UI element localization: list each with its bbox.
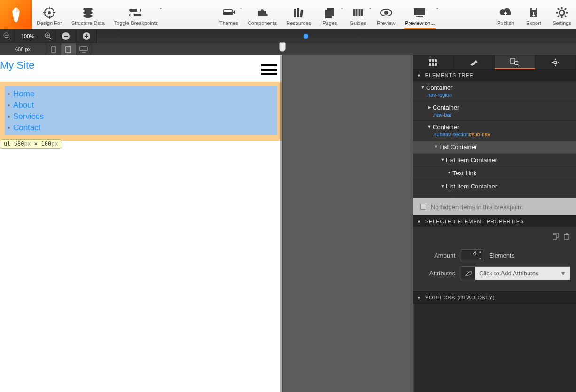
dim-px: px xyxy=(51,141,58,147)
app-logo[interactable] xyxy=(0,0,32,29)
your-css-header[interactable]: YOUR CSS (READ-ONLY) xyxy=(413,291,576,304)
nav-item[interactable]: Contact xyxy=(5,122,277,133)
zoom-slider-thumb[interactable] xyxy=(304,34,308,39)
chevron-down-icon xyxy=(417,219,421,224)
tag-icon xyxy=(465,270,472,276)
preview-label: Preview xyxy=(377,20,395,26)
design-for-button[interactable]: Design For xyxy=(32,0,67,29)
duplicate-button[interactable] xyxy=(553,233,559,240)
panel-tab-grid[interactable] xyxy=(413,55,454,69)
tree-row[interactable]: ▼List Item Container xyxy=(413,154,576,167)
delete-button[interactable] xyxy=(564,233,569,240)
your-css-body xyxy=(413,304,576,392)
zoom-slider[interactable] xyxy=(97,29,576,43)
amount-spinner[interactable]: ▲▼ xyxy=(478,250,483,260)
tree-item-name: Container xyxy=(426,84,452,91)
tree-item-name: Text Link xyxy=(452,170,476,177)
zoom-plus-button[interactable] xyxy=(76,29,97,43)
resources-button[interactable]: Resources xyxy=(281,0,316,29)
chevron-down-icon: ▼ xyxy=(560,270,566,277)
elements-suffix-label: Elements xyxy=(489,252,514,259)
tree-item-class: .nav-bar xyxy=(433,112,459,118)
nav-list: HomeAboutServicesContact xyxy=(5,88,277,133)
settings-button[interactable]: Settings xyxy=(548,0,576,29)
tablet-icon xyxy=(65,46,71,53)
zoom-minus-button[interactable] xyxy=(55,29,76,43)
svg-point-10 xyxy=(137,8,140,12)
elements-tree-header[interactable]: ELEMENTS TREE xyxy=(413,69,576,81)
publish-button[interactable]: Publish xyxy=(491,0,520,29)
chevron-down-icon[interactable]: ▼ xyxy=(420,84,426,90)
device-desktop-button[interactable] xyxy=(76,43,91,55)
nav-item[interactable]: Home xyxy=(5,88,277,100)
tree-item-name: List Item Container xyxy=(446,157,497,164)
nav-link[interactable]: About xyxy=(13,100,34,111)
nav-item[interactable]: Services xyxy=(5,111,277,122)
toggle-breakpoints-button[interactable]: Toggle Breakpoints xyxy=(109,0,163,29)
svg-point-1 xyxy=(48,11,51,14)
dim-height: 100 xyxy=(41,141,52,147)
preview-button[interactable]: Preview xyxy=(372,0,400,29)
canvas-scrollbar-thumb[interactable] xyxy=(280,55,283,392)
nav-link[interactable]: Services xyxy=(13,111,44,122)
tree-row[interactable]: ▼Container.subnav-section#sub-nav xyxy=(413,121,576,141)
selected-properties-header[interactable]: SELECTED ELEMENT PROPERTIES xyxy=(413,215,576,227)
chevron-down-icon[interactable]: ▼ xyxy=(439,183,446,188)
pages-button[interactable]: Pages xyxy=(316,0,344,29)
zoom-in-small-button[interactable] xyxy=(41,29,55,43)
panel-tab-inspect[interactable] xyxy=(495,55,536,69)
elements-tree[interactable]: ▼Container.nav-region▶Container.nav-bar▼… xyxy=(413,81,576,198)
selected-list-container[interactable]: HomeAboutServicesContact xyxy=(5,86,277,135)
chevron-down-icon[interactable]: ▼ xyxy=(478,257,483,260)
tree-row[interactable]: ▶Container.nav-bar xyxy=(413,101,576,121)
attributes-label: Attributes xyxy=(419,270,461,277)
tree-item-name: List Container xyxy=(439,143,477,150)
nav-link[interactable]: Contact xyxy=(13,122,41,133)
device-tablet-button[interactable] xyxy=(61,43,76,55)
attributes-icon-button[interactable] xyxy=(461,266,475,280)
panel-tab-settings[interactable] xyxy=(535,55,576,69)
stack-icon xyxy=(82,7,94,18)
site-title[interactable]: My Site xyxy=(0,55,282,76)
breakpoint-handle[interactable] xyxy=(279,42,286,52)
dim-width: 580 xyxy=(14,141,24,147)
structure-data-button[interactable]: Structure Data xyxy=(67,0,109,29)
svg-line-40 xyxy=(558,16,559,17)
hidden-items-row[interactable]: No hidden items in this breakpoint xyxy=(413,198,576,215)
tree-row[interactable]: •Text Link xyxy=(413,167,576,180)
tree-row[interactable]: ▼List Container xyxy=(413,141,576,154)
zoom-percent[interactable]: 100% xyxy=(16,31,39,41)
attributes-input[interactable]: Click to Add Attributes▼ xyxy=(475,266,570,280)
nav-item[interactable]: About xyxy=(5,100,277,111)
svg-rect-63 xyxy=(510,59,515,63)
canvas-scrollbar[interactable] xyxy=(280,55,283,392)
export-button[interactable]: Export xyxy=(520,0,548,29)
panel-tab-style[interactable] xyxy=(454,55,495,69)
amount-stepper[interactable]: 4 ▲▼ xyxy=(461,249,483,261)
chevron-down-icon xyxy=(417,72,421,78)
hamburger-bar-icon xyxy=(261,69,277,71)
hamburger-button[interactable] xyxy=(261,64,277,75)
trash-icon xyxy=(564,233,569,240)
chevron-down-icon[interactable]: ▼ xyxy=(433,143,439,149)
chevron-down-icon[interactable]: ▼ xyxy=(439,157,446,162)
hidden-items-checkbox[interactable] xyxy=(420,204,426,210)
structure-data-label: Structure Data xyxy=(71,20,105,26)
breakpoint-slider[interactable] xyxy=(91,43,576,55)
themes-button[interactable]: Themes xyxy=(215,0,243,29)
guides-button[interactable]: Guides xyxy=(344,0,372,29)
page-preview[interactable]: My Site HomeAboutServicesContact ul 580p… xyxy=(0,55,282,392)
duplicate-icon xyxy=(553,233,559,240)
tree-row[interactable]: ▼Container.nav-region xyxy=(413,81,576,101)
components-button[interactable]: Components xyxy=(243,0,281,29)
chevron-up-icon[interactable]: ▲ xyxy=(478,250,483,253)
canvas[interactable]: My Site HomeAboutServicesContact ul 580p… xyxy=(0,55,413,392)
svg-rect-59 xyxy=(435,59,437,62)
chevron-down-icon[interactable]: ▼ xyxy=(426,124,433,129)
tree-row[interactable]: ▼List Item Container xyxy=(413,180,576,193)
chevron-right-icon[interactable]: ▶ xyxy=(426,104,433,110)
device-phone-button[interactable] xyxy=(46,43,61,55)
nav-link[interactable]: Home xyxy=(13,88,34,100)
zoom-out-small-button[interactable] xyxy=(0,29,14,43)
preview-on-button[interactable]: Preview on... xyxy=(400,0,440,29)
